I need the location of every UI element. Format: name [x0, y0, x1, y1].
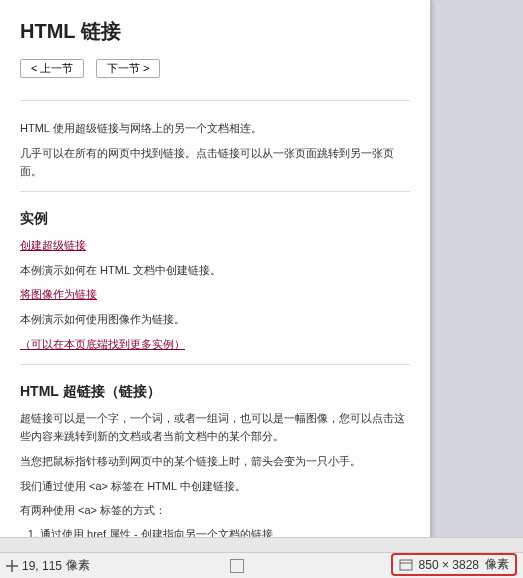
horizontal-scrollbar[interactable] [0, 537, 523, 552]
document-page: HTML 链接 < 上一节 下一节 > HTML 使用超级链接与网络上的另一个文… [0, 0, 431, 540]
dimensions-icon [399, 559, 413, 571]
hyper-p4: 有两种使用 <a> 标签的方式： [20, 501, 410, 520]
hyperlink-heading: HTML 超链接（链接） [20, 383, 410, 401]
example-link-2[interactable]: 将图像作为链接 [20, 288, 97, 300]
hyper-p3: 我们通过使用 <a> 标签在 HTML 中创建链接。 [20, 477, 410, 496]
examples-heading: 实例 [20, 210, 410, 228]
hyper-p1: 超链接可以是一个字，一个词，或者一组词，也可以是一幅图像，您可以点击这些内容来跳… [20, 409, 410, 446]
divider [20, 364, 410, 365]
example-desc-1: 本例演示如何在 HTML 文档中创建链接。 [20, 261, 410, 280]
status-bar: 19, 115 像素 850 × 3828 像素 [0, 552, 523, 578]
prev-button[interactable]: < 上一节 [20, 59, 84, 78]
coords-unit: 像素 [66, 557, 90, 574]
next-button[interactable]: 下一节 > [96, 59, 160, 78]
hyper-p2: 当您把鼠标指针移动到网页中的某个链接上时，箭头会变为一只小手。 [20, 452, 410, 471]
example-desc-2: 本例演示如何使用图像作为链接。 [20, 310, 410, 329]
intro-text-2: 几乎可以在所有的网页中找到链接。点击链接可以从一张页面跳转到另一张页面。 [20, 144, 410, 181]
crosshair-icon [6, 560, 18, 572]
example-link-1[interactable]: 创建超级链接 [20, 239, 86, 251]
intro-text-1: HTML 使用超级链接与网络上的另一个文档相连。 [20, 119, 410, 138]
dimensions-readout: 850 × 3828 像素 [391, 553, 517, 576]
dimensions-unit: 像素 [485, 556, 509, 573]
cursor-position: 19, 115 像素 [0, 557, 90, 574]
divider [20, 100, 410, 101]
svg-rect-2 [400, 560, 412, 570]
divider [20, 191, 410, 192]
page-title: HTML 链接 [20, 18, 410, 45]
selection-icon [230, 559, 244, 573]
dimensions-value: 850 × 3828 [419, 558, 479, 572]
more-examples-link[interactable]: （可以在本页底端找到更多实例） [20, 338, 185, 350]
nav-buttons: < 上一节 下一节 > [20, 59, 410, 78]
status-mid [230, 559, 244, 573]
coords-value: 19, 115 [22, 559, 62, 573]
